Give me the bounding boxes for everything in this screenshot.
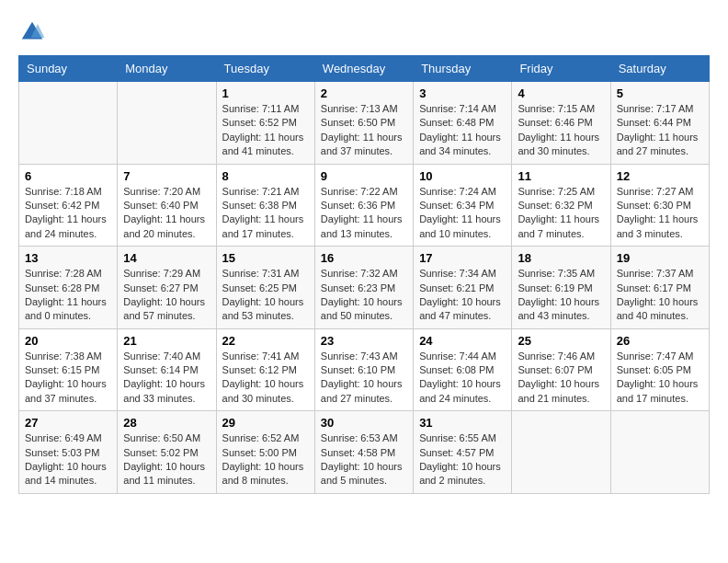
day-info: Sunrise: 7:44 AMSunset: 6:08 PMDaylight:… — [419, 350, 506, 407]
day-info: Sunrise: 7:11 AMSunset: 6:52 PMDaylight:… — [222, 102, 309, 159]
calendar-cell: 22Sunrise: 7:41 AMSunset: 6:12 PMDayligh… — [216, 328, 314, 411]
calendar-cell: 5Sunrise: 7:17 AMSunset: 6:44 PMDaylight… — [610, 82, 709, 165]
calendar-cell: 27Sunrise: 6:49 AMSunset: 5:03 PMDayligh… — [19, 411, 118, 494]
header-row: SundayMondayTuesdayWednesdayThursdayFrid… — [19, 56, 710, 82]
calendar-cell: 8Sunrise: 7:21 AMSunset: 6:38 PMDaylight… — [216, 164, 314, 247]
calendar-cell: 4Sunrise: 7:15 AMSunset: 6:46 PMDaylight… — [512, 82, 610, 165]
day-info: Sunrise: 7:21 AMSunset: 6:38 PMDaylight:… — [222, 185, 309, 242]
day-number: 27 — [25, 416, 111, 430]
day-info: Sunrise: 6:52 AMSunset: 5:00 PMDaylight:… — [222, 431, 309, 488]
day-info: Sunrise: 7:43 AMSunset: 6:10 PMDaylight:… — [321, 350, 407, 407]
day-info: Sunrise: 7:22 AMSunset: 6:36 PMDaylight:… — [321, 185, 407, 242]
day-number: 4 — [518, 86, 604, 100]
calendar-cell: 20Sunrise: 7:38 AMSunset: 6:15 PMDayligh… — [19, 328, 118, 411]
week-row-1: 1Sunrise: 7:11 AMSunset: 6:52 PMDaylight… — [19, 82, 710, 165]
day-info: Sunrise: 7:18 AMSunset: 6:42 PMDaylight:… — [25, 185, 111, 242]
calendar-cell: 25Sunrise: 7:46 AMSunset: 6:07 PMDayligh… — [512, 328, 610, 411]
day-number: 10 — [419, 169, 506, 183]
day-info: Sunrise: 7:17 AMSunset: 6:44 PMDaylight:… — [617, 102, 703, 159]
day-info: Sunrise: 7:31 AMSunset: 6:25 PMDaylight:… — [222, 267, 309, 324]
day-info: Sunrise: 7:37 AMSunset: 6:17 PMDaylight:… — [617, 267, 703, 324]
day-info: Sunrise: 7:47 AMSunset: 6:05 PMDaylight:… — [617, 350, 703, 407]
day-info: Sunrise: 7:28 AMSunset: 6:28 PMDaylight:… — [25, 267, 111, 324]
day-info: Sunrise: 6:55 AMSunset: 4:57 PMDaylight:… — [419, 431, 506, 488]
day-number: 20 — [25, 334, 111, 348]
day-info: Sunrise: 7:34 AMSunset: 6:21 PMDaylight:… — [419, 267, 506, 324]
day-number: 1 — [222, 86, 309, 100]
day-header-tuesday: Tuesday — [216, 56, 314, 82]
logo-icon — [18, 18, 46, 46]
calendar-cell — [19, 82, 118, 165]
day-number: 6 — [25, 169, 111, 183]
week-row-2: 6Sunrise: 7:18 AMSunset: 6:42 PMDaylight… — [19, 164, 710, 247]
day-number: 12 — [617, 169, 703, 183]
calendar-cell — [118, 82, 216, 165]
calendar-cell: 30Sunrise: 6:53 AMSunset: 4:58 PMDayligh… — [314, 411, 413, 494]
day-number: 9 — [321, 169, 407, 183]
day-info: Sunrise: 7:13 AMSunset: 6:50 PMDaylight:… — [321, 102, 407, 159]
day-info: Sunrise: 6:53 AMSunset: 4:58 PMDaylight:… — [321, 431, 407, 488]
day-info: Sunrise: 7:27 AMSunset: 6:30 PMDaylight:… — [617, 185, 703, 242]
day-number: 24 — [419, 334, 506, 348]
calendar-cell: 11Sunrise: 7:25 AMSunset: 6:32 PMDayligh… — [512, 164, 610, 247]
calendar-cell: 28Sunrise: 6:50 AMSunset: 5:02 PMDayligh… — [118, 411, 216, 494]
calendar-cell: 19Sunrise: 7:37 AMSunset: 6:17 PMDayligh… — [610, 247, 709, 329]
calendar-cell: 10Sunrise: 7:24 AMSunset: 6:34 PMDayligh… — [414, 164, 512, 247]
day-info: Sunrise: 6:50 AMSunset: 5:02 PMDaylight:… — [123, 431, 210, 488]
calendar-cell: 12Sunrise: 7:27 AMSunset: 6:30 PMDayligh… — [610, 164, 709, 247]
calendar-cell: 23Sunrise: 7:43 AMSunset: 6:10 PMDayligh… — [314, 328, 413, 411]
week-row-5: 27Sunrise: 6:49 AMSunset: 5:03 PMDayligh… — [19, 411, 710, 494]
day-info: Sunrise: 7:40 AMSunset: 6:14 PMDaylight:… — [123, 350, 210, 407]
calendar-cell: 21Sunrise: 7:40 AMSunset: 6:14 PMDayligh… — [118, 328, 216, 411]
calendar-cell: 14Sunrise: 7:29 AMSunset: 6:27 PMDayligh… — [118, 247, 216, 329]
day-number: 3 — [419, 86, 506, 100]
day-number: 5 — [617, 86, 703, 100]
week-row-4: 20Sunrise: 7:38 AMSunset: 6:15 PMDayligh… — [19, 328, 710, 411]
calendar-cell — [512, 411, 610, 494]
day-number: 7 — [123, 169, 210, 183]
day-number: 14 — [123, 251, 210, 265]
day-info: Sunrise: 7:24 AMSunset: 6:34 PMDaylight:… — [419, 185, 506, 242]
day-number: 18 — [518, 251, 604, 265]
day-number: 22 — [222, 334, 309, 348]
calendar-cell: 2Sunrise: 7:13 AMSunset: 6:50 PMDaylight… — [314, 82, 413, 165]
calendar-cell: 7Sunrise: 7:20 AMSunset: 6:40 PMDaylight… — [118, 164, 216, 247]
page-header — [18, 18, 710, 46]
calendar-cell: 16Sunrise: 7:32 AMSunset: 6:23 PMDayligh… — [314, 247, 413, 329]
day-number: 8 — [222, 169, 309, 183]
day-number: 28 — [123, 416, 210, 430]
calendar-cell: 31Sunrise: 6:55 AMSunset: 4:57 PMDayligh… — [414, 411, 512, 494]
day-number: 13 — [25, 251, 111, 265]
calendar-table: SundayMondayTuesdayWednesdayThursdayFrid… — [18, 55, 710, 494]
day-number: 21 — [123, 334, 210, 348]
day-number: 25 — [518, 334, 604, 348]
day-info: Sunrise: 7:25 AMSunset: 6:32 PMDaylight:… — [518, 185, 604, 242]
day-number: 15 — [222, 251, 309, 265]
logo — [18, 18, 50, 46]
day-info: Sunrise: 7:20 AMSunset: 6:40 PMDaylight:… — [123, 185, 210, 242]
day-header-friday: Friday — [512, 56, 610, 82]
day-header-saturday: Saturday — [610, 56, 709, 82]
day-header-wednesday: Wednesday — [314, 56, 413, 82]
day-info: Sunrise: 7:35 AMSunset: 6:19 PMDaylight:… — [518, 267, 604, 324]
day-header-sunday: Sunday — [19, 56, 118, 82]
calendar-cell: 18Sunrise: 7:35 AMSunset: 6:19 PMDayligh… — [512, 247, 610, 329]
day-info: Sunrise: 7:14 AMSunset: 6:48 PMDaylight:… — [419, 102, 506, 159]
calendar-cell: 13Sunrise: 7:28 AMSunset: 6:28 PMDayligh… — [19, 247, 118, 329]
week-row-3: 13Sunrise: 7:28 AMSunset: 6:28 PMDayligh… — [19, 247, 710, 329]
calendar-cell: 3Sunrise: 7:14 AMSunset: 6:48 PMDaylight… — [414, 82, 512, 165]
day-header-thursday: Thursday — [414, 56, 512, 82]
day-info: Sunrise: 6:49 AMSunset: 5:03 PMDaylight:… — [25, 431, 111, 488]
day-info: Sunrise: 7:29 AMSunset: 6:27 PMDaylight:… — [123, 267, 210, 324]
calendar-cell: 24Sunrise: 7:44 AMSunset: 6:08 PMDayligh… — [414, 328, 512, 411]
calendar-cell: 1Sunrise: 7:11 AMSunset: 6:52 PMDaylight… — [216, 82, 314, 165]
day-info: Sunrise: 7:46 AMSunset: 6:07 PMDaylight:… — [518, 350, 604, 407]
day-number: 2 — [321, 86, 407, 100]
day-info: Sunrise: 7:32 AMSunset: 6:23 PMDaylight:… — [321, 267, 407, 324]
calendar-cell: 26Sunrise: 7:47 AMSunset: 6:05 PMDayligh… — [610, 328, 709, 411]
calendar-cell: 17Sunrise: 7:34 AMSunset: 6:21 PMDayligh… — [414, 247, 512, 329]
calendar-cell: 6Sunrise: 7:18 AMSunset: 6:42 PMDaylight… — [19, 164, 118, 247]
day-info: Sunrise: 7:41 AMSunset: 6:12 PMDaylight:… — [222, 350, 309, 407]
day-number: 23 — [321, 334, 407, 348]
day-number: 11 — [518, 169, 604, 183]
